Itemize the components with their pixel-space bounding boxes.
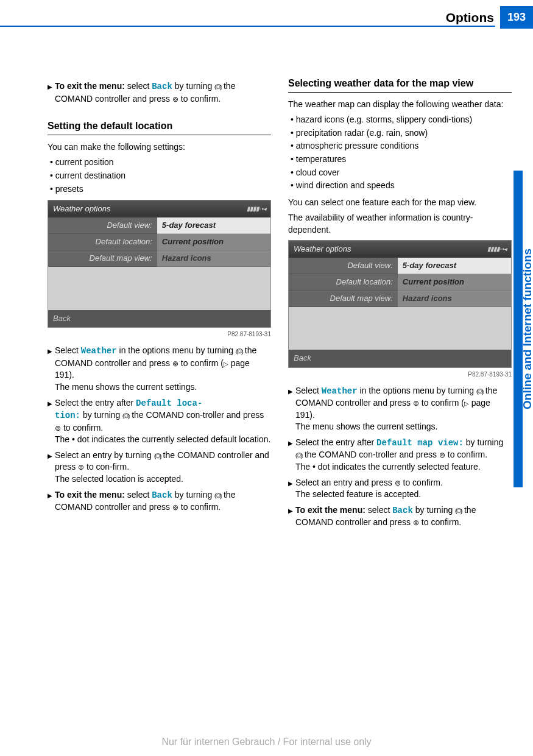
step-select-weather: ▶ Select Weather in the options menu by … [48,345,271,393]
press-icon [55,423,61,433]
text: by turning [172,490,214,500]
text: The menu shows the current settings. [295,422,437,431]
list-item: precipitation radar (e.g. rain, snow) [291,127,512,140]
ss-titlebar: Weather options ▮▮▮▮▫ ▪◂ [48,200,270,217]
step-body: To exit the menu: select Back by turning… [55,80,271,105]
header-title: Options [446,9,500,26]
weather-data-bullets: hazard icons (e.g. storms, slippery cond… [288,114,512,192]
turn-icon [295,450,302,459]
text: Select [295,386,322,395]
text: to con-firm. [84,462,129,472]
side-tab-text: Online and Internet functions [520,249,533,409]
text: Select [55,345,81,355]
row-value: 5-day forecast [157,217,270,234]
para: The weather map can display the followin… [288,99,512,111]
ss-caption: P82.87-8193-31 [288,370,512,379]
text: to confirm ( [178,358,224,368]
row-value: Hazard icons [157,250,270,267]
table-row: Default location: Current position [289,274,511,291]
row-value: Hazard icons [398,291,511,307]
arrow-icon: ▶ [48,492,52,500]
row-label: Default view: [289,258,398,274]
list-item: hazard icons (e.g. storms, slippery cond… [291,114,512,126]
arrow-icon: ▶ [48,347,52,356]
row-label: Default view: [48,217,157,234]
signal-icon: ▮▮▮▮▫ ▪◂ [247,205,266,213]
side-tab: Online and Internet functions [514,171,533,487]
page-ref-icon [224,358,228,368]
step-body: To exit the menu: select Back by turning… [55,489,271,514]
settings-bullets: current position current destination pre… [48,157,271,195]
text: in the options menu by turning [358,386,476,395]
table-row: Default location: Current position [48,234,270,250]
text: the COMAND con-troller and press [129,410,264,420]
para: The availability of weather information … [288,212,512,236]
press-icon [395,478,401,487]
list-item: presets [50,183,271,196]
turn-icon [455,505,462,515]
press-icon [439,450,445,459]
text: by turning [413,505,455,515]
list-item: temperatures [291,154,512,166]
signal-icon: ▮▮▮▮▫ ▪◂ [487,245,506,253]
turn-icon [214,81,221,91]
text: by turning [172,81,214,91]
menu-link: Back [392,506,413,515]
arrow-icon: ▶ [288,387,293,396]
text: to confirm. [178,94,221,104]
step-select-weather: ▶ Select Weather in the options menu by … [288,385,512,433]
row-value: Current position [157,234,270,250]
text: to confirm ( [419,398,464,408]
text: to confirm. [401,478,443,487]
row-label: Default location: [48,234,157,250]
list-item: atmospheric pressure conditions [291,140,512,152]
header-rule [0,26,495,27]
text: to confirm. [445,450,487,459]
content: ▶ To exit the menu: select Back by turni… [0,31,533,531]
arrow-icon: ▶ [48,83,52,91]
label: To exit the menu: [55,490,125,500]
right-column: Selecting weather data for the map view … [288,77,512,531]
table-row: Default map view: Hazard icons [289,291,511,307]
weather-options-screenshot: Weather options ▮▮▮▮▫ ▪◂ Default view: 5… [48,200,271,328]
press-icon [172,94,178,104]
arrow-icon: ▶ [288,479,293,488]
text: select [365,505,392,515]
press-icon [78,462,84,472]
menu-link: Weather [81,346,117,356]
list-item: cloud cover [291,167,512,179]
step-exit-1: ▶ To exit the menu: select Back by turni… [48,80,271,105]
list-item: wind direction and speeds [291,180,512,192]
menu-link: Back [152,82,172,91]
turn-icon [154,450,161,460]
arrow-icon: ▶ [48,452,52,461]
text: The • dot indicates the currently select… [55,434,270,444]
arrow-icon: ▶ [48,400,52,408]
para: You can select one feature each for the … [288,197,512,209]
table-row: Default view: 5-day forecast [289,258,511,274]
step-body: Select Weather in the options menu by tu… [55,345,271,393]
text: The menu shows the current settings. [55,382,197,392]
heading-weather-map: Selecting weather data for the map view [288,77,512,92]
ss-title: Weather options [294,244,351,255]
row-value: 5-day forecast [398,258,511,274]
step-select-entry: ▶ Select an entry by turning the COMAND … [48,450,271,486]
step-default-map-view: ▶ Select the entry after Default map vie… [288,437,512,473]
table-row: Default map view: Hazard icons [48,250,270,267]
arrow-icon: ▶ [288,439,293,448]
page-ref-icon [464,398,469,408]
ss-back: Back [48,310,270,327]
press-icon [172,358,178,368]
row-value: Current position [398,274,511,291]
ss-title: Weather options [53,203,110,214]
text: The • dot indicates the currently select… [295,462,481,472]
list-item: current destination [50,170,271,182]
step-body: Select the entry after Default loca- tio… [55,397,271,446]
ss-titlebar: Weather options ▮▮▮▮▫ ▪◂ [289,241,511,258]
step-body: Select Weather in the options menu by tu… [295,385,512,433]
press-icon [413,398,419,408]
step-body: Select an entry and press to confirm. Th… [295,477,512,501]
row-label: Default map view: [289,291,398,307]
text: in the options menu by turning [117,345,236,355]
text: to confirm. [61,423,103,433]
